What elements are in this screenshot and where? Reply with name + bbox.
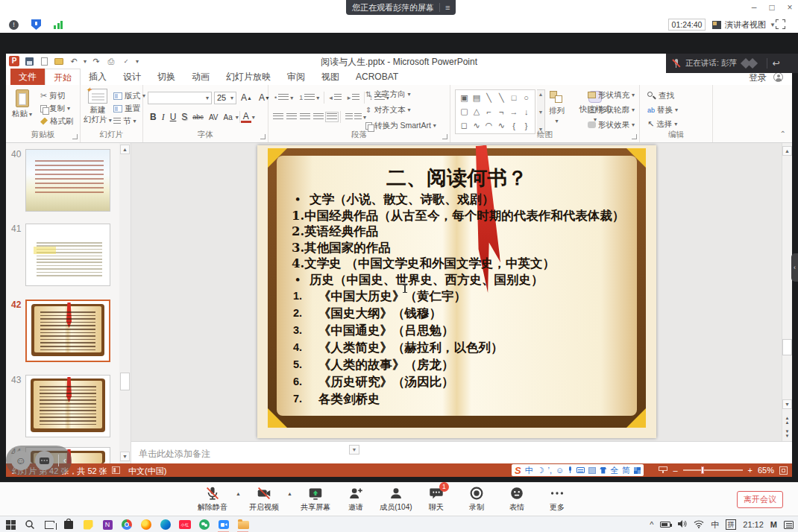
minimize-button[interactable]: –: [747, 2, 761, 13]
file-explorer-icon[interactable]: [237, 519, 249, 531]
ime-keyboard-icon[interactable]: [576, 467, 585, 473]
tab-review[interactable]: 审阅: [279, 69, 313, 85]
start-video-button[interactable]: 开启视频: [247, 485, 281, 513]
close-button[interactable]: ×: [783, 2, 797, 13]
powerpoint-icon[interactable]: P: [9, 56, 19, 66]
italic-button[interactable]: I: [160, 110, 167, 124]
tray-ime-icon[interactable]: 拼: [726, 519, 736, 530]
tray-language-indicator[interactable]: 中: [711, 519, 719, 531]
zoom-out-button[interactable]: –: [673, 466, 677, 475]
tray-chevron-icon[interactable]: ^: [650, 520, 653, 529]
vertical-scrollbar[interactable]: ▲ ▼ ▲▲ ▼▼: [782, 143, 792, 463]
zoom-slider-handle[interactable]: [701, 466, 704, 474]
wechat-icon[interactable]: [198, 519, 210, 531]
wifi-icon[interactable]: [694, 519, 704, 530]
xiaohongshu-icon[interactable]: 小红书: [179, 519, 191, 531]
notification-center-icon[interactable]: [784, 521, 794, 529]
text-shadow-button[interactable]: S: [179, 110, 189, 124]
slide-thumbnail-42-selected[interactable]: [25, 300, 110, 362]
sidebar-collapse-tab[interactable]: ‹: [791, 253, 798, 282]
ime-skin-icon[interactable]: [600, 467, 606, 474]
ime-toolbox-icon[interactable]: [634, 467, 641, 474]
emoji-reaction-icon[interactable]: ☺: [11, 451, 31, 470]
drawing-dialog-launcher[interactable]: [632, 134, 637, 139]
thumb-scroll-up-icon[interactable]: ▲: [120, 145, 130, 154]
paste-button[interactable]: 粘贴▾: [12, 89, 32, 119]
font-color-dropdown-icon[interactable]: ▾: [252, 114, 255, 121]
tab-view[interactable]: 视图: [313, 69, 348, 85]
sticky-notes-icon[interactable]: [82, 519, 94, 531]
user-icon[interactable]: [773, 72, 783, 82]
spellcheck-icon[interactable]: ✓: [121, 56, 131, 66]
clipboard-dialog-launcher[interactable]: [72, 134, 78, 139]
collapse-ribbon-icon[interactable]: ⌃: [780, 130, 786, 138]
save-icon[interactable]: [25, 57, 34, 66]
thumbnail-scrollbar[interactable]: ▲ ▼: [119, 143, 131, 463]
store-icon[interactable]: [63, 519, 75, 531]
layout-button[interactable]: 版式▾: [113, 89, 145, 102]
replace-button[interactable]: ab替换▾: [647, 104, 678, 116]
zoom-in-button[interactable]: +: [748, 466, 753, 475]
onenote-icon[interactable]: N: [101, 519, 113, 531]
invite-button[interactable]: 邀请: [339, 485, 373, 513]
tray-clock[interactable]: 21:12: [743, 520, 764, 529]
banner-menu-icon[interactable]: ≡: [445, 3, 450, 12]
case-dropdown-icon[interactable]: ▾: [236, 114, 239, 121]
bullets-button[interactable]: •▾: [273, 91, 295, 104]
theme-icon[interactable]: [112, 466, 120, 474]
more-button[interactable]: 更多: [540, 485, 574, 513]
task-view-icon[interactable]: [43, 519, 55, 531]
ime-night-icon[interactable]: ☽: [537, 466, 544, 475]
ime-voice-icon[interactable]: [568, 466, 573, 474]
font-name-combo[interactable]: ▾: [148, 92, 212, 104]
undo-dropdown-icon[interactable]: ▾: [84, 58, 87, 65]
maximize-button[interactable]: □: [765, 2, 779, 13]
columns-button[interactable]: ▾: [344, 110, 368, 124]
bold-button[interactable]: B: [148, 110, 159, 124]
print-preview-icon[interactable]: ⎙: [106, 56, 116, 66]
change-case-button[interactable]: Aa: [221, 110, 234, 124]
slide-thumbnail-40[interactable]: [25, 149, 110, 212]
comment-bubble-icon[interactable]: [35, 451, 54, 470]
zoom-level[interactable]: 65%: [758, 466, 774, 475]
security-shield-icon[interactable]: [31, 19, 41, 30]
ime-emoji-icon[interactable]: ☺: [556, 466, 564, 475]
thumb-scroll-down-icon[interactable]: ▼: [120, 452, 130, 461]
tab-animations[interactable]: 动画: [183, 69, 218, 85]
search-icon[interactable]: [24, 519, 36, 531]
reset-button[interactable]: 重置: [113, 102, 145, 115]
undo-icon[interactable]: ↶: [69, 56, 79, 66]
fit-to-window-icon[interactable]: [779, 466, 788, 475]
slide-canvas[interactable]: 二、阅读何书？ •文学（小说、散文、诗歌、戏剧） 1.中国经典作品（从古至今，每…: [257, 145, 656, 438]
cut-button[interactable]: ✂剪切: [40, 89, 74, 102]
numbering-button[interactable]: 1▾: [298, 91, 321, 104]
align-left-button[interactable]: [273, 113, 283, 121]
audio-status-icon[interactable]: !: [9, 20, 19, 30]
new-slide-button[interactable]: ✦ 新建 幻灯片▾: [84, 89, 112, 125]
shapes-gallery-scroll[interactable]: ▲▼▼: [537, 89, 545, 134]
tab-insert[interactable]: 插入: [81, 69, 115, 85]
chat-button[interactable]: 1 聊天: [419, 485, 453, 513]
scroll-down-icon[interactable]: ▼: [782, 399, 792, 409]
find-button[interactable]: 查找: [647, 89, 678, 102]
ime-simplified[interactable]: 简: [622, 465, 630, 476]
notes-placeholder[interactable]: 单击此处添加备注: [139, 448, 210, 460]
section-button[interactable]: 节▾: [113, 115, 145, 127]
notes-splitter-icon[interactable]: ▼: [349, 445, 359, 455]
tab-slideshow[interactable]: 幻灯片放映: [218, 69, 279, 85]
redo-icon[interactable]: ↷: [91, 56, 101, 66]
volume-icon[interactable]: [677, 519, 687, 530]
previous-slide-button[interactable]: ▲▲: [782, 416, 792, 425]
slide-thumbnail-41[interactable]: [25, 224, 110, 286]
collapse-bubble-icon[interactable]: ‹: [63, 455, 66, 466]
shape-outline-button[interactable]: 形状轮廓▾: [588, 104, 640, 116]
shapes-gallery[interactable]: ▣▤╲╲□○ ▢△⌐¬→↓ ◻∿◠∿{}: [455, 89, 535, 134]
new-document-icon[interactable]: [41, 57, 48, 66]
sogou-ime-bar[interactable]: S 中 ☽ ’, ☺ 全 简: [512, 464, 644, 476]
video-options-icon[interactable]: ▲: [287, 491, 292, 496]
align-center-button[interactable]: [286, 113, 297, 121]
share-screen-button[interactable]: 共享屏幕: [298, 485, 333, 513]
battery-icon[interactable]: [660, 522, 670, 528]
grow-font-button[interactable]: A▲: [239, 91, 254, 104]
distributed-button[interactable]: [327, 113, 337, 121]
